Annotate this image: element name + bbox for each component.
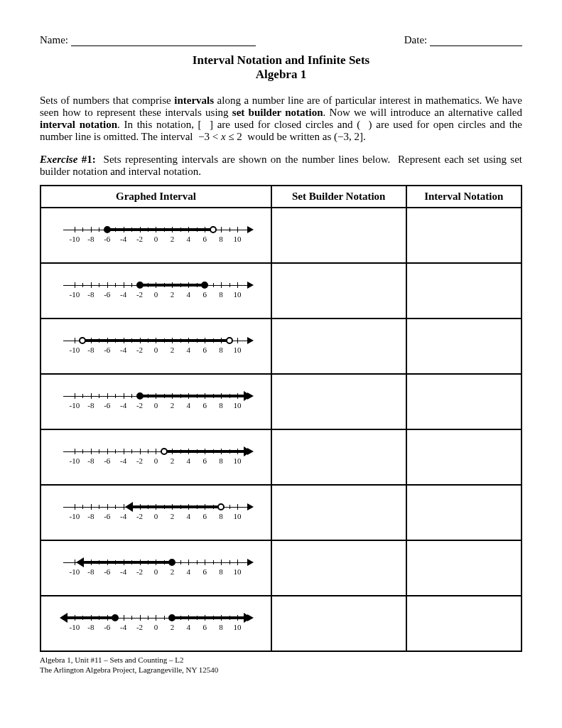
set-builder-cell[interactable] (271, 596, 406, 651)
interval-cell[interactable] (406, 318, 522, 374)
set-builder-cell[interactable] (271, 485, 406, 540)
interval-cell[interactable] (406, 374, 522, 429)
graph-cell: -10-8-6-4-20246810 (40, 318, 271, 374)
table-row: -10-8-6-4-20246810 (40, 374, 522, 429)
graph-cell: -10-8-6-4-20246810 (40, 596, 271, 651)
set-builder-cell[interactable] (271, 263, 406, 318)
footer-line-2: The Arlington Algebra Project, Lagrangev… (40, 665, 522, 675)
table-row: -10-8-6-4-20246810 (40, 540, 522, 596)
number-line: -10-8-6-4-20246810 (56, 444, 255, 470)
graph-cell: -10-8-6-4-20246810 (40, 485, 271, 540)
header-row: Name: Date: (40, 34, 522, 46)
name-field[interactable]: Name: (40, 34, 256, 46)
col-header-set-builder: Set Builder Notation (271, 186, 406, 208)
name-blank[interactable] (71, 35, 256, 46)
table-row: -10-8-6-4-20246810 (40, 485, 522, 540)
set-builder-cell[interactable] (271, 208, 406, 263)
interval-cell[interactable] (406, 540, 522, 596)
number-line: -10-8-6-4-20246810 (56, 555, 255, 581)
interval-cell[interactable] (406, 263, 522, 318)
graph-cell: -10-8-6-4-20246810 (40, 374, 271, 429)
table-row: -10-8-6-4-20246810 (40, 596, 522, 651)
col-header-graph: Graphed Interval (40, 186, 271, 208)
date-field[interactable]: Date: (404, 34, 522, 46)
graph-cell: -10-8-6-4-20246810 (40, 540, 271, 596)
interval-table: Graphed Interval Set Builder Notation In… (40, 185, 522, 652)
table-row: -10-8-6-4-20246810 (40, 263, 522, 318)
number-line: -10-8-6-4-20246810 (56, 278, 255, 304)
set-builder-cell[interactable] (271, 318, 406, 374)
set-builder-cell[interactable] (271, 374, 406, 429)
number-line: -10-8-6-4-20246810 (56, 223, 255, 248)
col-header-interval: Interval Notation (406, 186, 522, 208)
interval-cell[interactable] (406, 485, 522, 540)
table-row: -10-8-6-4-20246810 (40, 318, 522, 374)
page-subtitle: Algebra 1 (40, 68, 522, 82)
footer: Algebra 1, Unit #11 – Sets and Counting … (40, 655, 522, 675)
date-blank[interactable] (430, 35, 522, 46)
footer-line-1: Algebra 1, Unit #11 – Sets and Counting … (40, 655, 522, 665)
number-line: -10-8-6-4-20246810 (56, 333, 255, 359)
page-title: Interval Notation and Infinite Sets (40, 53, 522, 68)
graph-cell: -10-8-6-4-20246810 (40, 263, 271, 318)
date-label: Date: (404, 34, 427, 46)
number-line: -10-8-6-4-20246810 (56, 611, 255, 636)
set-builder-cell[interactable] (271, 429, 406, 485)
graph-cell: -10-8-6-4-20246810 (40, 208, 271, 263)
name-label: Name: (40, 34, 68, 46)
table-row: -10-8-6-4-20246810 (40, 208, 522, 263)
interval-cell[interactable] (406, 596, 522, 651)
interval-cell[interactable] (406, 429, 522, 485)
interval-cell[interactable] (406, 208, 522, 263)
number-line: -10-8-6-4-20246810 (56, 389, 255, 414)
exercise-prompt: Exercise #1: Sets representing intervals… (40, 154, 522, 178)
number-line: -10-8-6-4-20246810 (56, 500, 255, 525)
graph-cell: -10-8-6-4-20246810 (40, 429, 271, 485)
table-row: -10-8-6-4-20246810 (40, 429, 522, 485)
intro-paragraph: Sets of numbers that comprise intervals … (40, 95, 522, 143)
set-builder-cell[interactable] (271, 540, 406, 596)
